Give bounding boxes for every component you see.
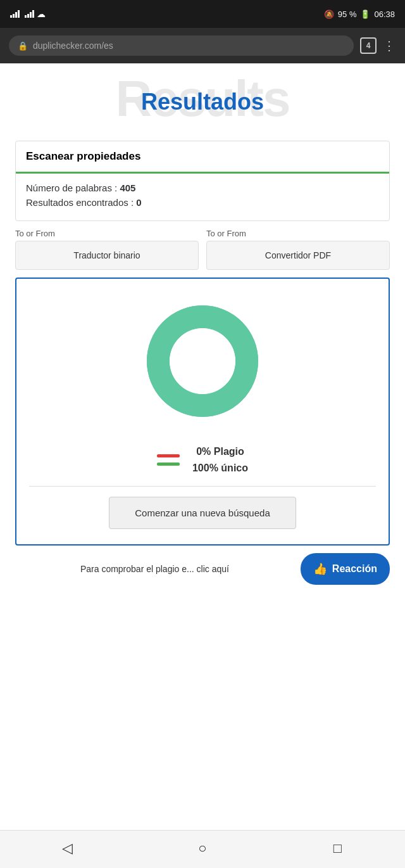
- battery-level: 95 %: [338, 10, 357, 19]
- menu-button[interactable]: ⋮: [383, 38, 396, 53]
- url-input[interactable]: 🔒 duplichecker.com/es: [9, 35, 354, 56]
- reaction-label: Reacción: [332, 563, 377, 575]
- square-icon: □: [333, 840, 342, 857]
- recents-button[interactable]: □: [323, 834, 351, 862]
- unique-stat: 100% único: [192, 460, 248, 476]
- results-found-line: Resultados encontrados : 0: [26, 197, 379, 208]
- plagiarism-stat: 0% Plagio: [192, 444, 248, 460]
- results-card: 0% Plagio 100% único Comenzar una nueva …: [15, 278, 390, 546]
- url-text: duplichecker.com/es: [33, 41, 345, 51]
- nav-bar: ◁ ○ □: [0, 830, 405, 868]
- cards-section: Escanear propiedades Número de palabras …: [0, 134, 405, 221]
- stats-text: 0% Plagio 100% único: [192, 444, 248, 476]
- status-left: ☁: [10, 9, 46, 19]
- home-icon: ○: [198, 840, 206, 857]
- url-path: /es: [101, 41, 113, 51]
- back-button[interactable]: ◁: [54, 834, 82, 862]
- new-search-button[interactable]: Comenzar una nueva búsqueda: [109, 497, 296, 529]
- results-found-value: 0: [136, 197, 141, 208]
- signal-icon: [10, 10, 20, 18]
- back-icon: ◁: [62, 840, 73, 857]
- legend-bars: [157, 454, 180, 466]
- card-stats: Número de palabras : 405 Resultados enco…: [16, 174, 389, 220]
- svg-point-2: [170, 328, 235, 394]
- card-header: Escanear propiedades: [16, 141, 389, 174]
- status-bar: ☁ 🔕 95 % 🔋 06:38: [0, 0, 405, 28]
- battery-icon: 🔋: [360, 10, 370, 19]
- word-count-value: 405: [120, 182, 135, 193]
- page-content: Results Resultados Escanear propiedades …: [0, 63, 405, 635]
- signal-icon-2: [25, 10, 34, 18]
- clock: 06:38: [374, 10, 395, 19]
- btn-group-left: To or From Traductor binario: [15, 229, 199, 270]
- binary-translator-button[interactable]: Traductor binario: [15, 241, 199, 270]
- divider: [29, 486, 376, 487]
- cloud-icon: ☁: [37, 9, 46, 19]
- card-header-text: Escanear propiedades: [26, 150, 140, 162]
- to-from-label-left: To or From: [15, 229, 199, 238]
- url-bar: 🔒 duplichecker.com/es 4 ⋮: [0, 28, 405, 63]
- bell-off-icon: 🔕: [324, 10, 334, 19]
- hero-section: Results Resultados: [0, 63, 405, 134]
- plagiarism-bar: [157, 454, 180, 457]
- bottom-banner: Para comprobar el plagio e... clic aquí …: [15, 553, 390, 585]
- status-right: 🔕 95 % 🔋 06:38: [324, 10, 395, 19]
- banner-text: Para comprobar el plagio e... clic aquí: [15, 563, 294, 576]
- tab-count[interactable]: 4: [360, 37, 377, 54]
- reaction-button[interactable]: 👍 Reacción: [301, 553, 390, 585]
- lock-icon: 🔒: [18, 41, 28, 51]
- home-button[interactable]: ○: [189, 834, 216, 862]
- hero-title: Resultados: [0, 76, 405, 128]
- scan-properties-card: Escanear propiedades Número de palabras …: [15, 141, 390, 221]
- reaction-icon: 👍: [313, 562, 327, 576]
- to-from-label-right: To or From: [206, 229, 390, 238]
- btn-group-right: To or From Convertidor PDF: [206, 229, 390, 270]
- unique-bar: [157, 463, 180, 466]
- donut-chart: [139, 298, 266, 424]
- pdf-converter-button[interactable]: Convertidor PDF: [206, 241, 390, 270]
- word-count-line: Número de palabras : 405: [26, 182, 379, 193]
